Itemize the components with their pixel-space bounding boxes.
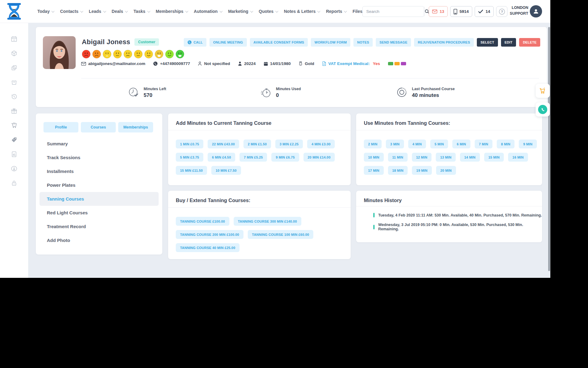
use-minute-button[interactable]: 2 MIN bbox=[364, 140, 382, 148]
report-icon[interactable] bbox=[11, 151, 17, 158]
use-minute-button[interactable]: 20 MIN bbox=[436, 166, 456, 175]
floating-call-button[interactable] bbox=[536, 102, 550, 117]
tab-profile[interactable]: Profile bbox=[43, 122, 78, 132]
mood-4-emoji[interactable] bbox=[113, 50, 122, 60]
use-minute-button[interactable]: 18 MIN bbox=[388, 166, 408, 175]
use-minute-button[interactable]: 4 MIN bbox=[408, 140, 426, 148]
phone-item[interactable]: +447490009777 bbox=[153, 61, 190, 66]
use-minute-button[interactable]: 8 MIN bbox=[497, 140, 514, 148]
buy-course-button[interactable]: TANNING COURSE 200 MIN £100.00 bbox=[176, 230, 243, 239]
add-minute-button[interactable]: 1 MIN £0.75 bbox=[176, 140, 203, 148]
mood-6-emoji[interactable] bbox=[134, 50, 143, 60]
use-minute-button[interactable]: 12 MIN bbox=[412, 153, 432, 162]
tab-memberships[interactable]: Memberships bbox=[118, 122, 153, 132]
use-minute-button[interactable]: 10 MIN bbox=[364, 153, 384, 162]
menu-item-installments[interactable]: Installments bbox=[40, 164, 159, 178]
use-minute-button[interactable]: 15 MIN bbox=[484, 153, 504, 162]
notes-button[interactable]: NOTES bbox=[353, 38, 373, 47]
online-meeting-button[interactable]: ONLINE MEETING bbox=[209, 38, 247, 47]
buy-course-button[interactable]: TANNING COURSE 40 MIN £25.00 bbox=[176, 243, 239, 252]
customer-photo[interactable] bbox=[43, 36, 76, 69]
nav-automation[interactable]: Automation bbox=[194, 9, 222, 14]
tab-courses[interactable]: Courses bbox=[81, 122, 116, 132]
nav-leads[interactable]: Leads bbox=[89, 9, 105, 14]
cart-icon[interactable] bbox=[11, 122, 17, 129]
nav-tasks[interactable]: Tasks bbox=[134, 9, 149, 14]
copy-icon[interactable] bbox=[11, 64, 17, 71]
mood-10-emoji[interactable] bbox=[175, 50, 184, 60]
calendar-icon[interactable]: 12 bbox=[11, 36, 17, 42]
add-minute-button[interactable]: 4 MIN £3.00 bbox=[307, 140, 335, 148]
use-minute-button[interactable]: 19 MIN bbox=[412, 166, 432, 175]
nav-memberships[interactable]: Memberships bbox=[156, 9, 187, 14]
use-minute-button[interactable]: 13 MIN bbox=[436, 153, 456, 162]
use-minute-button[interactable]: 9 MIN bbox=[519, 140, 537, 148]
shopping-bag-icon[interactable] bbox=[11, 79, 17, 86]
add-minute-button[interactable]: 6 MIN £4.50 bbox=[208, 153, 235, 162]
mood-9-emoji[interactable] bbox=[165, 50, 174, 60]
use-minute-button[interactable]: 5 MIN bbox=[430, 140, 448, 148]
logo-hourglass-icon[interactable] bbox=[7, 2, 21, 20]
menu-item-power-plates[interactable]: Power Plates bbox=[40, 178, 159, 192]
phone-badge[interactable]: 5914 bbox=[450, 6, 472, 17]
mood-3-emoji[interactable] bbox=[103, 50, 111, 60]
email-item[interactable]: abigailjones@mailinator.com bbox=[81, 61, 145, 66]
buy-course-button[interactable]: TANNING COURSE 100 MIN £60.00 bbox=[248, 230, 314, 239]
use-minute-button[interactable]: 16 MIN bbox=[508, 153, 528, 162]
use-minute-button[interactable]: 7 MIN bbox=[475, 140, 492, 148]
edit-button[interactable]: EDIT bbox=[501, 38, 516, 47]
use-minute-button[interactable]: 14 MIN bbox=[460, 153, 480, 162]
nav-reports[interactable]: Reports bbox=[326, 9, 346, 14]
use-minute-button[interactable]: 11 MIN bbox=[388, 153, 408, 162]
history-icon[interactable] bbox=[11, 93, 17, 100]
account-name[interactable]: LONDON SUPPORT bbox=[509, 5, 528, 17]
mood-2-emoji[interactable] bbox=[92, 50, 101, 60]
add-minute-button[interactable]: 10 MIN £7.50 bbox=[211, 166, 241, 175]
rejuvenation-procedures-button[interactable]: REJUVENATION PROCEDURES bbox=[414, 38, 474, 47]
menu-item-tanning-courses[interactable]: Tanning Courses bbox=[40, 192, 159, 206]
search-input[interactable] bbox=[363, 9, 424, 14]
mood-7-emoji[interactable] bbox=[144, 50, 153, 60]
price-tag-icon[interactable]: S bbox=[11, 136, 17, 143]
menu-item-add-photo[interactable]: Add Photo bbox=[40, 233, 159, 247]
add-minute-button[interactable]: 15 MIN £11.50 bbox=[176, 166, 207, 175]
use-minute-button[interactable]: 17 MIN bbox=[364, 166, 384, 175]
add-minute-button[interactable]: 2 MIN £1.50 bbox=[243, 140, 271, 148]
mood-1-emoji[interactable] bbox=[82, 50, 91, 60]
mood-8-emoji[interactable] bbox=[155, 50, 164, 60]
call-button[interactable]: CALL bbox=[184, 38, 206, 47]
nav-files[interactable]: Files bbox=[352, 9, 362, 14]
menu-item-treatment-record[interactable]: Treatment Record bbox=[40, 220, 159, 233]
use-minute-button[interactable]: 3 MIN bbox=[386, 140, 404, 148]
package-icon[interactable] bbox=[11, 50, 17, 57]
nav-today[interactable]: Today bbox=[37, 9, 54, 14]
help-button[interactable]: ? bbox=[496, 6, 507, 17]
scrollbar-thumb[interactable] bbox=[548, 27, 550, 271]
floating-cart-button[interactable] bbox=[536, 84, 550, 98]
buy-course-button[interactable]: TANNING COURSE £100.00 bbox=[176, 217, 229, 226]
add-minute-button[interactable]: 20 MIN £14.00 bbox=[303, 153, 335, 162]
user-circle-icon[interactable] bbox=[11, 165, 17, 172]
nav-marketing[interactable]: Marketing bbox=[228, 9, 252, 14]
nav-deals[interactable]: Deals bbox=[112, 9, 127, 14]
use-minute-button[interactable]: 6 MIN bbox=[452, 140, 470, 148]
add-minute-button[interactable]: 7 MIN £5.25 bbox=[239, 153, 267, 162]
nav-notes-letters[interactable]: Notes & Letters bbox=[284, 9, 319, 14]
tasks-badge[interactable]: 14 bbox=[475, 6, 494, 17]
select-button[interactable]: SELECT bbox=[477, 38, 498, 47]
menu-item-red-light-courses[interactable]: Red Light Courses bbox=[40, 206, 159, 220]
menu-item-track-sessions[interactable]: Track Sessions bbox=[40, 151, 159, 164]
workflow-form-button[interactable]: WORKFLOW FORM bbox=[311, 38, 350, 47]
messages-badge[interactable]: 13 bbox=[429, 6, 448, 17]
user-avatar[interactable] bbox=[530, 5, 542, 17]
add-minute-button[interactable]: 3 MIN £2.25 bbox=[275, 140, 303, 148]
mood-5-emoji[interactable] bbox=[123, 50, 132, 60]
consent-forms-button[interactable]: AVAILABLE CONSENT FORMS bbox=[250, 38, 308, 47]
nav-quotes[interactable]: Quotes bbox=[259, 9, 277, 14]
nav-contacts[interactable]: Contacts bbox=[60, 9, 82, 14]
buy-course-button[interactable]: TANNING COURSE 300 MIN £140.00 bbox=[234, 217, 301, 226]
delete-button[interactable]: DELETE bbox=[519, 38, 540, 47]
send-message-button[interactable]: SEND MESSAGE bbox=[376, 38, 411, 47]
add-minute-button[interactable]: 9 MIN £6.75 bbox=[271, 153, 299, 162]
menu-item-summary[interactable]: Summary bbox=[40, 137, 159, 151]
